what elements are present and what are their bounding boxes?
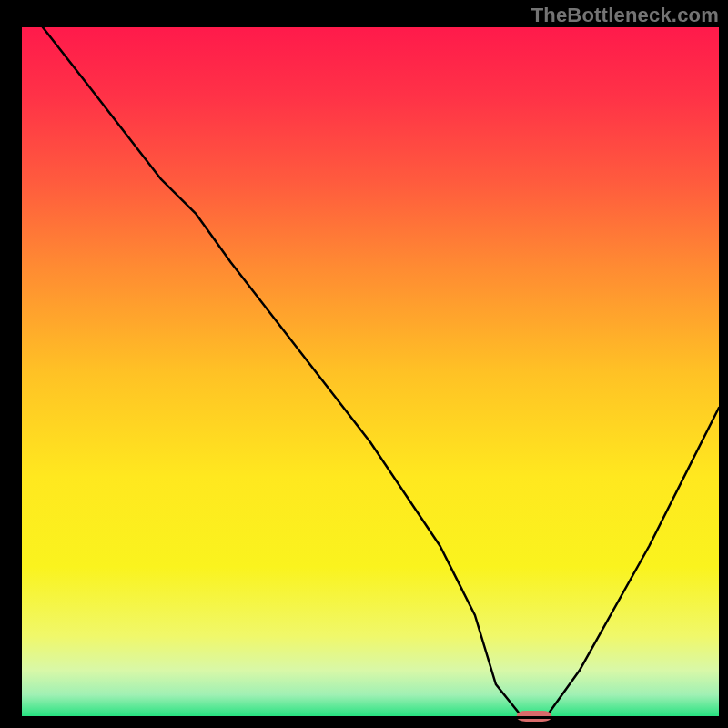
bottleneck-chart xyxy=(0,0,728,728)
plot-background xyxy=(22,27,719,719)
chart-container: TheBottleneck.com xyxy=(0,0,728,728)
watermark-text: TheBottleneck.com xyxy=(531,4,719,27)
baseline xyxy=(22,716,719,719)
